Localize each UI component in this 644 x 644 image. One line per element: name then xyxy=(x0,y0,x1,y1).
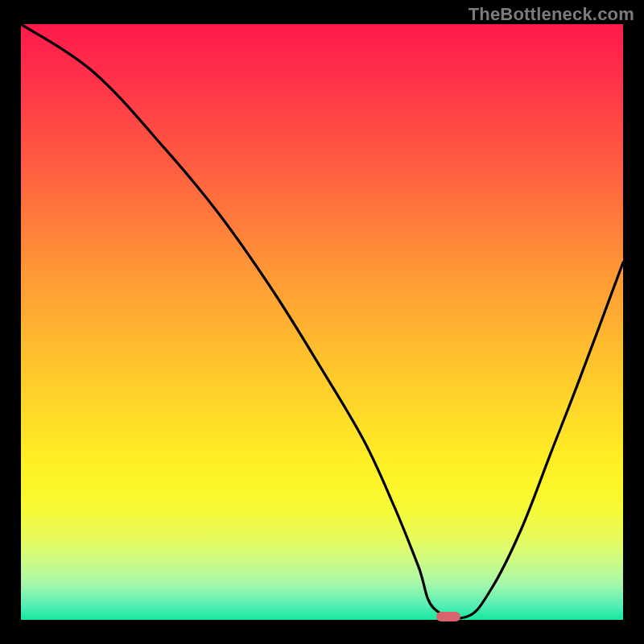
optimal-marker xyxy=(436,612,460,621)
chart-stage: TheBottleneck.com xyxy=(0,0,644,644)
watermark-text: TheBottleneck.com xyxy=(469,4,634,25)
bottleneck-curve-path xyxy=(21,24,623,618)
plot-area xyxy=(21,24,623,620)
curve-svg xyxy=(21,24,623,620)
